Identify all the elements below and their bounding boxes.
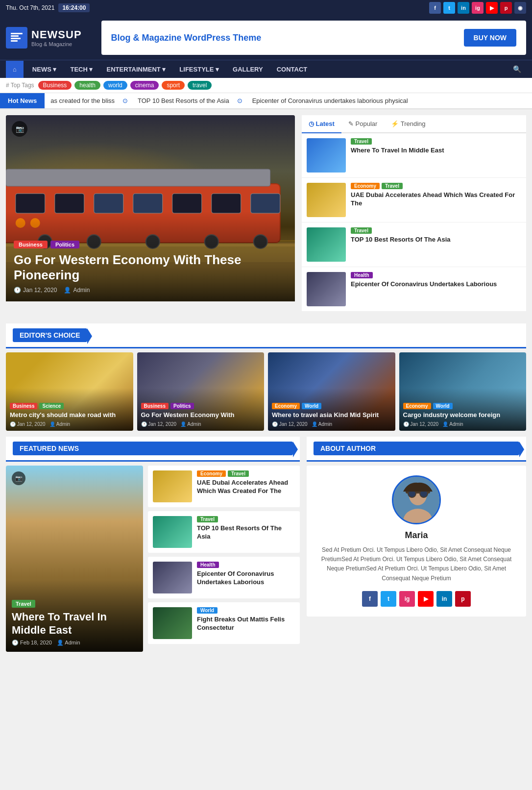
editor-card-tags: BusinessPolitics xyxy=(141,403,261,409)
featured-main-author: 👤 Admin xyxy=(57,640,80,646)
rss-icon[interactable]: ◉ xyxy=(514,2,526,14)
sidebar-tab-trending[interactable]: ⚡ Trending xyxy=(384,115,432,133)
header-ad: Blog & Magazine WordPress Theme BUY NOW xyxy=(101,21,526,55)
logo-area: NEWSUP Blog & Magazine xyxy=(6,27,82,49)
toptags: # Top Tags Businesshealthworldcinemaspor… xyxy=(0,78,532,93)
nav-item-news[interactable]: NEWS ▾ xyxy=(25,61,64,78)
featured-list-item[interactable]: TravelTOP 10 Best Resorts Of The Asia xyxy=(148,511,300,553)
hotnews-item[interactable]: as created for the bliss xyxy=(50,97,115,104)
topbar-left: Thu. Oct 7th, 2021 16:24:00 xyxy=(6,3,90,12)
hero-tag-business[interactable]: Business xyxy=(14,241,48,248)
featured-main-tag: Travel xyxy=(12,600,35,608)
topbar-date: Thu. Oct 7th, 2021 xyxy=(6,4,54,11)
hotnews-dot: ⊙ xyxy=(122,97,128,104)
editor-card-tag[interactable]: Economy xyxy=(403,403,431,409)
editor-card[interactable]: BusinessScienceMetro city's should make … xyxy=(6,352,133,431)
editor-card-tag[interactable]: World xyxy=(433,403,453,409)
featured-list-title: Fight Breaks Out Mattis Felis Consectetu… xyxy=(197,616,295,632)
hero-tags: BusinessPolitics xyxy=(14,241,287,248)
featured-list-tag[interactable]: Travel xyxy=(228,470,249,477)
facebook-icon[interactable]: f xyxy=(429,2,441,14)
editor-card-tag[interactable]: Business xyxy=(10,403,37,409)
sidebar-tab-popular[interactable]: ✎ Popular xyxy=(341,115,384,133)
featured-list-item[interactable]: HealthEpicenter Of Coronavirus Undertake… xyxy=(148,557,300,598)
editor-card-author: 👤 Admin xyxy=(180,421,201,427)
featured-list-tag[interactable]: World xyxy=(197,607,218,614)
aa-social-icon[interactable]: f xyxy=(362,591,378,607)
featured-list-tags: Travel xyxy=(197,516,295,522)
aa-social-icon[interactable]: ▶ xyxy=(418,591,434,607)
tag-business[interactable]: Business xyxy=(38,81,72,90)
article-tag[interactable]: Travel xyxy=(351,138,372,145)
hero-tag-politics[interactable]: Politics xyxy=(50,241,79,248)
svg-rect-13 xyxy=(172,194,202,213)
editor-card-overlay: BusinessPoliticsGo For Western Economy W… xyxy=(137,388,265,431)
nav-item-lifestyle[interactable]: LIFESTYLE ▾ xyxy=(172,61,226,78)
editor-card[interactable]: BusinessPoliticsGo For Western Economy W… xyxy=(137,352,265,431)
youtube-icon[interactable]: ▶ xyxy=(486,2,498,14)
featured-list-tags: World xyxy=(197,607,295,614)
tag-cinema[interactable]: cinema xyxy=(130,81,159,90)
pinterest-icon[interactable]: p xyxy=(500,2,512,14)
sidebar-article-tags: Travel xyxy=(351,227,451,234)
aa-social-icon[interactable]: t xyxy=(381,591,396,607)
hero-image: 📷 BusinessPolitics Go For Western Econom… xyxy=(6,115,295,301)
editor-card-title: Cargo industry welcome foreign xyxy=(403,411,523,420)
tag-world[interactable]: world xyxy=(103,81,127,90)
sidebar-article[interactable]: EconomyTravelUAE Dubai Accelerates Ahead… xyxy=(302,178,526,222)
nav-item-tech[interactable]: TECH ▾ xyxy=(63,61,99,78)
featured-list-thumb xyxy=(153,562,192,593)
nav-home[interactable]: ⌂ xyxy=(6,61,24,78)
article-tag[interactable]: Travel xyxy=(351,227,372,234)
buy-now-button[interactable]: BUY NOW xyxy=(464,29,516,47)
hotnews-item[interactable]: TOP 10 Best Resorts of the Asia xyxy=(138,97,229,104)
nav-search-icon[interactable]: 🔍 xyxy=(508,60,526,78)
editor-card[interactable]: EconomyWorldCargo industry welcome forei… xyxy=(399,352,527,431)
topbar-time: 16:24:00 xyxy=(58,3,90,12)
article-tag[interactable]: Economy xyxy=(351,183,380,189)
logo-sub: Blog & Magazine xyxy=(31,41,82,47)
featured-section: FEATURED NEWS 📷 Travel Where To Travel I… xyxy=(6,437,300,652)
featured-list-item[interactable]: WorldFight Breaks Out Mattis Felis Conse… xyxy=(148,602,300,644)
editor-card[interactable]: EconomyWorldWhere to travel asia Kind Mi… xyxy=(268,352,395,431)
svg-rect-3 xyxy=(11,40,18,42)
article-tag[interactable]: Health xyxy=(351,272,373,278)
aa-social-icon[interactable]: in xyxy=(436,591,452,607)
featured-main-meta: 🕐 Feb 18, 2020 👤 Admin xyxy=(12,640,137,646)
nav-item-gallery[interactable]: GALLERY xyxy=(226,61,270,78)
editor-card-tag[interactable]: Science xyxy=(39,403,64,409)
tag-health[interactable]: health xyxy=(74,81,100,90)
featured-list-tag[interactable]: Travel xyxy=(197,516,218,522)
article-tag[interactable]: Travel xyxy=(382,183,403,189)
instagram-icon[interactable]: ig xyxy=(472,2,484,14)
editor-card-overlay: EconomyWorldCargo industry welcome forei… xyxy=(399,388,527,431)
nav-item-contact[interactable]: CONTACT xyxy=(270,61,314,78)
tag-sport[interactable]: sport xyxy=(162,81,185,90)
hero-overlay: BusinessPolitics Go For Western Economy … xyxy=(6,211,295,301)
tag-travel[interactable]: travel xyxy=(188,81,212,90)
twitter-icon[interactable]: t xyxy=(443,2,455,14)
editor-card-tag[interactable]: World xyxy=(302,403,321,409)
svg-rect-12 xyxy=(133,194,163,213)
sidebar-article[interactable]: HealthEpicenter Of Coronavirus Undertake… xyxy=(302,267,526,312)
featured-list-tags: EconomyTravel xyxy=(197,470,295,477)
linkedin-icon[interactable]: in xyxy=(458,2,469,14)
logo-brand: NEWSUP xyxy=(31,28,82,41)
sidebar-tab-latest[interactable]: ◷ Latest xyxy=(302,115,341,133)
sidebar-article[interactable]: TravelTOP 10 Best Resorts Of The Asia xyxy=(302,222,526,267)
hotnews-label: Hot News xyxy=(0,93,45,108)
featured-list: EconomyTravelUAE Dubai Accelerates Ahead… xyxy=(148,466,300,652)
sidebar-article[interactable]: TravelWhere To Travel In Middle East xyxy=(302,133,526,178)
aa-social-icon[interactable]: ig xyxy=(399,591,415,607)
editor-card-tag[interactable]: Politics xyxy=(170,403,194,409)
featured-list-tag[interactable]: Economy xyxy=(197,470,226,477)
hotnews-item[interactable]: Epicenter of Coronavirus undertakes labo… xyxy=(252,97,408,104)
nav-item-entertainment[interactable]: ENTERTAINMENT ▾ xyxy=(99,61,172,78)
svg-rect-11 xyxy=(94,194,123,213)
featured-list-tag[interactable]: Health xyxy=(197,562,219,568)
editor-card-tag[interactable]: Business xyxy=(141,403,169,409)
aa-social-icon[interactable]: p xyxy=(455,591,471,607)
featured-list-info: EconomyTravelUAE Dubai Accelerates Ahead… xyxy=(197,470,295,495)
editor-card-tag[interactable]: Economy xyxy=(272,403,300,409)
featured-list-item[interactable]: EconomyTravelUAE Dubai Accelerates Ahead… xyxy=(148,466,300,507)
